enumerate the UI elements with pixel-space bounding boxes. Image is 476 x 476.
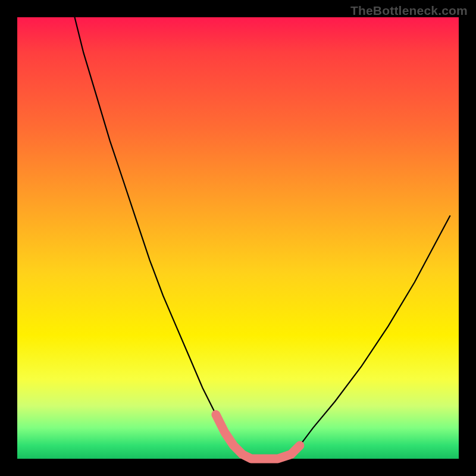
watermark-text: TheBottleneck.com [350, 4, 468, 18]
curve-layer [17, 17, 459, 459]
chart-frame: TheBottleneck.com [0, 0, 476, 476]
optimal-range-highlight [216, 415, 300, 459]
plot-area [17, 17, 459, 459]
bottleneck-curve [75, 17, 450, 459]
